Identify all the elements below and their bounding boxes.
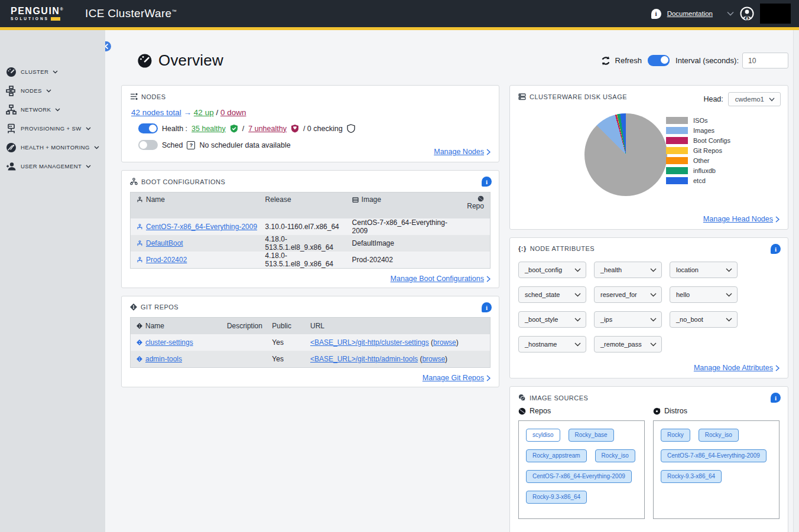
manage-git-repos-link[interactable]: Manage Git Repos (423, 374, 484, 382)
manage-node-attributes-link[interactable]: Manage Node Attributes (694, 364, 773, 372)
git-icon (130, 303, 137, 311)
repo-chip[interactable]: Rocky_appstream (526, 449, 587, 462)
git-icon (137, 323, 142, 329)
info-icon[interactable]: i (482, 302, 492, 312)
gauge-icon (5, 66, 17, 77)
sidebar-item-provisioning[interactable]: PROVISIONING + SW (0, 121, 105, 136)
node-tree-icon (137, 240, 143, 247)
attribute-dropdown[interactable]: _health (594, 262, 662, 278)
attribute-dropdown[interactable]: _remote_pass (594, 336, 662, 353)
attrs-card-title: {:} NODE ATTRIBUTES (518, 245, 779, 252)
sidebar-item-health[interactable]: HEALTH + MONITORING (0, 140, 105, 155)
interval-input[interactable] (742, 53, 788, 68)
sidebar-item-user-management[interactable]: USER MANAGEMENT (0, 159, 105, 174)
chevron-down-icon (46, 89, 51, 93)
chevron-down-icon[interactable] (727, 11, 734, 16)
gauge-icon (137, 53, 152, 68)
manage-boot-configurations-link[interactable]: Manage Boot Configurations (391, 275, 484, 283)
manage-head-nodes-link[interactable]: Manage Head Nodes (703, 215, 773, 223)
repo-chip[interactable]: Rocky-9.3-x86_64 (526, 491, 587, 504)
manage-nodes-link[interactable]: Manage Nodes (434, 148, 484, 156)
documentation-link[interactable]: Documentation (667, 10, 713, 17)
attribute-dropdown[interactable]: _boot_config (518, 262, 586, 278)
checking-count: / 0 checking (303, 125, 343, 133)
git-card-title: GIT REPOS (130, 303, 491, 311)
distro-chip[interactable]: Rocky (661, 429, 690, 442)
distro-chip[interactable]: CentOS-7-x86_64-Everything-2009 (661, 449, 766, 462)
nodes-card: NODES 42 nodes total → 42 up / 0 down He… (121, 85, 499, 162)
chevron-down-icon (726, 268, 732, 272)
disc-icon (478, 195, 484, 202)
info-icon[interactable]: i (771, 393, 781, 403)
attribute-dropdown[interactable]: location (670, 262, 738, 278)
info-icon[interactable]: i (771, 244, 781, 254)
server-stack-icon (518, 93, 526, 100)
boot-config-link[interactable]: DefaultBoot (146, 239, 183, 247)
nodes-total-link[interactable]: 42 nodes total (131, 108, 181, 117)
penguin-solutions-logo: PENGUIN® SOLUTIONS (11, 6, 64, 21)
distro-chip[interactable]: Rocky_iso (699, 429, 739, 442)
repos-box: scyldiso Rocky_base Rocky_appstream Rock… (518, 420, 645, 519)
legend-label: etcd (693, 177, 706, 184)
sidebar-item-nodes[interactable]: NODES (0, 83, 105, 98)
head-node-select[interactable]: cwdemo1 (728, 92, 781, 106)
chevron-right-icon (486, 149, 491, 155)
legend-swatch (666, 147, 688, 154)
refresh-toggle[interactable] (648, 55, 670, 66)
refresh-icon[interactable] (600, 55, 612, 67)
boot-config-link[interactable]: CentOS-7-x86_64-Everything-2009 (146, 223, 257, 231)
browse-link[interactable]: browse (422, 355, 445, 363)
public-value: Yes (272, 338, 310, 347)
network-icon (5, 104, 17, 115)
chevron-down-icon (86, 165, 91, 168)
attribute-dropdown[interactable]: reserved_for (594, 286, 662, 303)
repo-url-link[interactable]: <BASE_URL>/git-http/cluster-settings (310, 338, 429, 347)
logo-yellow-block (51, 17, 60, 21)
legend-label: Other (693, 157, 710, 164)
nodes-down-link[interactable]: 0 down (220, 108, 246, 117)
attribute-dropdown[interactable]: _boot_style (518, 311, 586, 328)
repo-url-link[interactable]: <BASE_URL>/git-http/admin-tools (310, 355, 418, 363)
repo-chip[interactable]: Rocky_base (569, 429, 614, 442)
health-toggle[interactable] (138, 123, 158, 133)
sidebar-item-cluster[interactable]: CLUSTER (0, 64, 105, 79)
repo-chip[interactable]: CentOS-7-x86_64-Everything-2009 (526, 470, 632, 483)
repo-chip[interactable]: scyldiso (526, 429, 560, 442)
braces-icon: {:} (518, 245, 527, 252)
browse-link[interactable]: browse (433, 338, 456, 347)
repo-chip[interactable]: Rocky_iso (595, 449, 635, 462)
release-value: 4.18.0-513.5.1.el8_9.x86_64 (265, 235, 352, 252)
health-label: Health : (162, 125, 187, 133)
git-repo-link[interactable]: cluster-settings (145, 338, 193, 347)
healthy-shield-icon (230, 124, 238, 133)
legend-label: Images (693, 127, 714, 134)
layered-discs-icon (518, 394, 526, 402)
sidebar-item-network[interactable]: NETWORK (0, 102, 105, 117)
attribute-dropdown[interactable]: _no_boot (670, 311, 738, 328)
unhealthy-count-link[interactable]: 7 unhealthy (248, 125, 287, 133)
info-icon[interactable]: i (482, 177, 492, 187)
legend-swatch (666, 177, 688, 184)
attribute-dropdown[interactable]: sched_state (518, 286, 586, 303)
paren: ) (456, 338, 459, 347)
nodes-up-link[interactable]: 42 up (194, 108, 214, 117)
attribute-dropdown[interactable]: _ips (594, 311, 662, 328)
boot-config-link[interactable]: Prod-202402 (146, 256, 187, 264)
node-tree-icon (137, 197, 143, 203)
image-value: Prod-202402 (352, 256, 456, 264)
scrollbar[interactable] (793, 30, 799, 532)
attribute-dropdown[interactable]: _hostname (518, 336, 586, 353)
public-value: Yes (272, 355, 310, 363)
sched-toggle[interactable] (138, 140, 158, 150)
attribute-dropdown[interactable]: hello (670, 286, 738, 303)
healthy-count-link[interactable]: 35 healthy (191, 125, 226, 133)
git-repo-link[interactable]: admin-tools (145, 355, 182, 363)
legend-label: influxdb (693, 167, 716, 174)
distro-chip[interactable]: Rocky-9.3-x86_64 (661, 470, 722, 483)
main-content: Overview Refresh Interval (seconds): NOD… (105, 30, 799, 532)
table-row: cluster-settings Yes <BASE_URL>/git-http… (131, 334, 490, 351)
legend-label: Boot Configs (693, 137, 730, 144)
pie-legend: ISOs Images Boot Configs Git Repos Other… (666, 117, 730, 184)
distros-group: Distros Rocky Rocky_iso CentOS-7-x86_64-… (653, 407, 779, 519)
user-avatar-icon[interactable]: A (740, 6, 754, 21)
